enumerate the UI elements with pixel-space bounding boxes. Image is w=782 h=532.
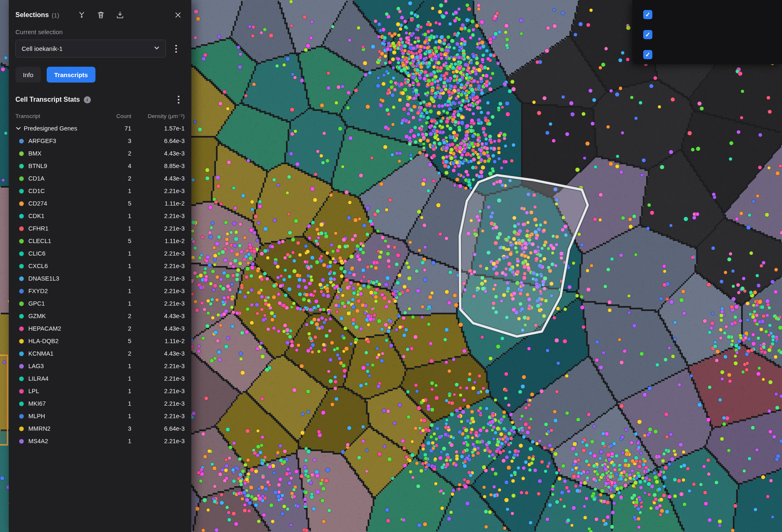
gene-color-dot-wrap bbox=[15, 439, 28, 444]
gene-color-dot bbox=[19, 314, 24, 319]
transcript-row: DNASE1L3 1 2.21e-3 bbox=[15, 272, 185, 285]
transcript-row: LAG3 1 2.21e-3 bbox=[15, 360, 185, 372]
gene-color-dot-wrap bbox=[15, 414, 28, 419]
transcript-row: CDK1 1 2.21e-3 bbox=[15, 210, 185, 222]
gene-color-dot bbox=[19, 376, 24, 381]
gene-count: 2 bbox=[106, 325, 131, 332]
gene-name: HLA-DQB2 bbox=[28, 338, 106, 344]
selection-dropdown[interactable]: Cell ioekanik-1 bbox=[15, 40, 166, 58]
info-icon[interactable]: i bbox=[84, 96, 91, 103]
gene-name: LPL bbox=[28, 388, 106, 394]
gene-color-dot bbox=[19, 289, 24, 294]
gene-group-row[interactable]: Predesigned Genes 71 1.57e-1 bbox=[15, 122, 185, 135]
gene-color-dot bbox=[19, 239, 24, 243]
gene-color-dot bbox=[19, 251, 24, 256]
gene-group-label: Predesigned Genes bbox=[24, 125, 106, 132]
gene-color-dot bbox=[19, 151, 24, 156]
selections-panel-header: Selections (1) bbox=[9, 0, 191, 20]
gene-color-dot bbox=[19, 364, 24, 369]
gene-count: 1 bbox=[106, 388, 131, 394]
transcript-row: BTNL9 4 8.85e-3 bbox=[15, 160, 185, 172]
transcript-row: LPL 1 2.21e-3 bbox=[15, 385, 185, 397]
transcript-row: CLECL1 5 1.11e-2 bbox=[15, 235, 185, 247]
gene-density: 2.21e-3 bbox=[131, 225, 185, 232]
gene-color-dot-wrap bbox=[15, 139, 28, 143]
chevron-down-icon bbox=[154, 45, 160, 52]
stats-kebab-menu-icon[interactable] bbox=[174, 94, 183, 105]
gene-color-dot bbox=[19, 389, 24, 394]
gene-color-dot-wrap bbox=[15, 164, 28, 168]
gene-color-dot-wrap bbox=[15, 251, 28, 256]
gene-color-dot bbox=[19, 402, 24, 406]
current-selection-label: Current selection bbox=[9, 20, 191, 40]
transcript-row: CLIC6 1 2.21e-3 bbox=[15, 247, 185, 260]
selection-count-badge: (1) bbox=[52, 12, 59, 19]
gene-count: 1 bbox=[106, 263, 131, 269]
gene-density: 2.21e-3 bbox=[131, 413, 185, 419]
gene-density: 2.21e-3 bbox=[131, 263, 185, 269]
gene-color-dot bbox=[19, 139, 24, 143]
transcript-row: LILRA4 1 2.21e-3 bbox=[15, 372, 185, 385]
transcript-row: CD1A 2 4.43e-3 bbox=[15, 172, 185, 185]
gene-color-dot bbox=[19, 276, 24, 281]
gene-name: GZMK bbox=[28, 313, 106, 319]
selections-panel: Selections (1) Current selection Cell io… bbox=[9, 0, 191, 532]
tab-info[interactable]: Info bbox=[15, 67, 41, 83]
layers-legend-panel: ✓✓✓ bbox=[632, 0, 782, 64]
transcript-row: CXCL6 1 2.21e-3 bbox=[15, 260, 185, 272]
gene-color-dot-wrap bbox=[15, 364, 28, 369]
transcript-row: CD274 5 1.11e-2 bbox=[15, 197, 185, 210]
gene-group-count: 71 bbox=[106, 125, 131, 132]
legend-checkbox[interactable]: ✓ bbox=[643, 30, 652, 39]
gene-count: 2 bbox=[106, 150, 131, 157]
table-header-row: Transcript Count Density (μm⁻²) bbox=[9, 105, 191, 122]
panel-title: Selections bbox=[15, 11, 49, 19]
gene-color-dot bbox=[19, 414, 24, 419]
column-transcript: Transcript bbox=[15, 113, 106, 119]
gene-group-density: 1.57e-1 bbox=[131, 125, 185, 132]
gene-density: 2.21e-3 bbox=[131, 363, 185, 369]
gene-color-dot bbox=[19, 351, 24, 356]
transcript-row: ARFGEF3 3 6.64e-3 bbox=[15, 135, 185, 147]
gene-name: MS4A2 bbox=[28, 438, 106, 444]
transcript-row: MKI67 1 2.21e-3 bbox=[15, 397, 185, 410]
gene-density: 2.21e-3 bbox=[131, 400, 185, 407]
gene-name: CDK1 bbox=[28, 213, 106, 219]
gene-name: CXCL6 bbox=[28, 263, 106, 269]
selection-kebab-menu-icon[interactable] bbox=[171, 43, 180, 54]
gene-density: 2.21e-3 bbox=[131, 275, 185, 282]
gene-color-dot-wrap bbox=[15, 239, 28, 243]
gene-name: LAG3 bbox=[28, 363, 106, 369]
gene-color-dot bbox=[19, 326, 24, 331]
transcript-row: MS4A2 1 2.21e-3 bbox=[15, 435, 185, 447]
gene-color-dot-wrap bbox=[15, 376, 28, 381]
download-icon[interactable] bbox=[115, 10, 125, 20]
legend-checkbox[interactable]: ✓ bbox=[643, 10, 652, 19]
gene-name: DNASE1L3 bbox=[28, 275, 106, 282]
gene-color-dot-wrap bbox=[15, 176, 28, 181]
gene-color-dot-wrap bbox=[15, 339, 28, 344]
gene-color-dot-wrap bbox=[15, 326, 28, 331]
gene-count: 2 bbox=[106, 175, 131, 182]
transcript-row: CFHR1 1 2.21e-3 bbox=[15, 222, 185, 235]
gene-count: 1 bbox=[106, 225, 131, 232]
transcript-row: BMX 2 4.43e-3 bbox=[15, 147, 185, 160]
gene-count: 4 bbox=[106, 163, 131, 169]
transcript-row: HLA-DQB2 5 1.11e-2 bbox=[15, 335, 185, 347]
gene-name: BMX bbox=[28, 150, 106, 157]
gene-name: CFHR1 bbox=[28, 225, 106, 232]
gene-density: 2.21e-3 bbox=[131, 188, 185, 194]
gene-count: 3 bbox=[106, 138, 131, 144]
gene-color-dot bbox=[19, 176, 24, 181]
gene-count: 1 bbox=[106, 275, 131, 282]
tab-transcripts[interactable]: Transcripts bbox=[47, 67, 95, 83]
trash-icon[interactable] bbox=[96, 10, 106, 20]
gene-density: 2.21e-3 bbox=[131, 300, 185, 307]
gene-count: 1 bbox=[106, 363, 131, 369]
gene-name: CLIC6 bbox=[28, 250, 106, 257]
gene-count: 1 bbox=[106, 300, 131, 307]
multi-select-icon[interactable] bbox=[77, 10, 87, 20]
gene-color-dot bbox=[19, 226, 24, 231]
legend-checkbox[interactable]: ✓ bbox=[643, 50, 652, 59]
close-icon[interactable] bbox=[173, 10, 183, 20]
